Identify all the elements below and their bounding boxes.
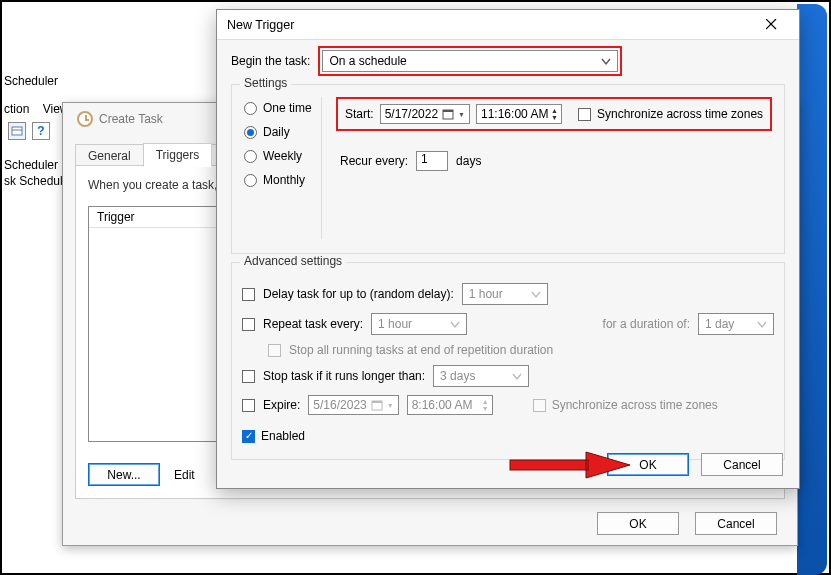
checkbox-icon <box>578 108 591 121</box>
repeat-label: Repeat task every: <box>263 317 363 331</box>
begin-task-value: On a schedule <box>329 54 406 68</box>
radio-one-time[interactable]: One time <box>244 101 319 115</box>
repeat-value: 1 hour <box>378 317 412 331</box>
enabled-checkbox[interactable]: Enabled <box>242 429 305 443</box>
delay-combobox: 1 hour <box>462 283 548 305</box>
create-task-ok-button[interactable]: OK <box>597 512 679 535</box>
window-title-bg: Scheduler <box>4 74 58 88</box>
start-time-value: 11:16:00 AM <box>481 107 548 121</box>
checkbox-checked-icon <box>242 430 255 443</box>
desktop-edge <box>797 4 827 575</box>
checkbox-icon <box>242 399 255 412</box>
chevron-down-icon <box>450 320 460 330</box>
highlight-begin: On a schedule <box>318 46 622 76</box>
radio-weekly[interactable]: Weekly <box>244 149 319 163</box>
sync-tz-checkbox[interactable]: Synchronize across time zones <box>578 107 763 121</box>
edit-button-frag[interactable]: Edit <box>174 468 195 482</box>
stop-long-value: 3 days <box>440 369 475 383</box>
triggers-list[interactable]: Trigger <box>88 206 218 442</box>
create-task-title: Create Task <box>99 112 163 126</box>
spinner-arrows-icon: ▲▼ <box>481 398 490 412</box>
svg-rect-0 <box>12 127 22 135</box>
new-trigger-dialog: New Trigger Begin the task: On a schedul… <box>216 9 800 489</box>
expire-time-spinner: 8:16:00 AM ▲▼ <box>407 395 493 415</box>
expire-label: Expire: <box>263 398 300 412</box>
duration-prefix: for a duration of: <box>603 317 690 331</box>
radio-icon <box>244 102 257 115</box>
stop-long-combobox: 3 days <box>433 365 529 387</box>
cancel-button[interactable]: Cancel <box>701 453 783 476</box>
settings-legend: Settings <box>240 76 291 90</box>
expire-time-value: 8:16:00 AM <box>412 398 473 412</box>
create-task-cancel-button[interactable]: Cancel <box>695 512 777 535</box>
close-icon <box>766 19 777 30</box>
repeat-checkbox[interactable] <box>242 318 255 331</box>
close-button[interactable] <box>753 11 789 39</box>
checkbox-icon <box>268 344 281 357</box>
menu-file-frag[interactable]: ction <box>4 102 29 116</box>
delay-label: Delay task for up to (random delay): <box>263 287 454 301</box>
radio-icon <box>244 126 257 139</box>
radio-monthly-label: Monthly <box>263 173 305 187</box>
stop-long-label: Stop task if it runs longer than: <box>263 369 425 383</box>
tab-general[interactable]: General <box>75 144 144 167</box>
stop-long-checkbox[interactable] <box>242 370 255 383</box>
outer-frame: Scheduler ction View ? Scheduler (L sk S… <box>0 0 831 575</box>
start-label: Start: <box>345 107 374 121</box>
new-trigger-title: New Trigger <box>227 18 294 32</box>
radio-monthly[interactable]: Monthly <box>244 173 319 187</box>
advanced-group: Advanced settings Delay task for up to (… <box>231 262 785 460</box>
chevron-down-icon <box>601 57 611 67</box>
delay-value: 1 hour <box>469 287 503 301</box>
tab-triggers[interactable]: Triggers <box>143 143 213 167</box>
sync-tz-label: Synchronize across time zones <box>597 107 763 121</box>
begin-task-combobox[interactable]: On a schedule <box>322 50 618 72</box>
start-date-value: 5/17/2022 <box>385 107 438 121</box>
checkbox-icon <box>242 370 255 383</box>
chevron-down-icon <box>531 290 541 300</box>
start-time-spinner[interactable]: 11:16:00 AM ▲▼ <box>476 104 562 124</box>
expire-sync-tz-checkbox: Synchronize across time zones <box>533 398 718 412</box>
expire-sync-tz-label: Synchronize across time zones <box>552 398 718 412</box>
advanced-legend: Advanced settings <box>240 254 346 268</box>
highlight-start: Start: 5/17/2022 ▼ 11:16:00 AM ▲▼ <box>336 97 772 131</box>
stop-repeat-label: Stop all running tasks at end of repetit… <box>289 343 553 357</box>
triggers-list-header: Trigger <box>89 207 217 228</box>
repeat-combobox: 1 hour <box>371 313 467 335</box>
expire-checkbox[interactable] <box>242 399 255 412</box>
checkbox-icon <box>242 318 255 331</box>
clock-icon <box>77 111 93 127</box>
start-date-picker[interactable]: 5/17/2022 ▼ <box>380 104 470 124</box>
calendar-icon <box>442 108 454 120</box>
radio-daily[interactable]: Daily <box>244 125 319 139</box>
help-toolbar-icon[interactable]: ? <box>32 122 50 140</box>
radio-weekly-label: Weekly <box>263 149 302 163</box>
radio-icon <box>244 150 257 163</box>
ok-button[interactable]: OK <box>607 453 689 476</box>
spinner-arrows-icon[interactable]: ▲▼ <box>550 107 559 121</box>
toolbar-icon-1[interactable] <box>8 122 26 140</box>
chevron-down-icon <box>757 320 767 330</box>
svg-rect-5 <box>443 110 453 112</box>
duration-combobox: 1 day <box>698 313 774 335</box>
expire-date-picker: 5/16/2023 ▼ <box>308 395 398 415</box>
calendar-icon <box>371 399 383 411</box>
stop-repeat-checkbox <box>268 344 281 357</box>
enabled-label: Enabled <box>261 429 305 443</box>
menu-fragment: ction View <box>4 102 69 116</box>
recur-label: Recur every: <box>340 154 408 168</box>
chevron-down-icon <box>512 372 522 382</box>
recur-input[interactable]: 1 <box>416 151 448 171</box>
begin-task-label: Begin the task: <box>231 54 310 68</box>
checkbox-icon <box>533 399 546 412</box>
expire-date-value: 5/16/2023 <box>313 398 366 412</box>
settings-group: Settings One time Daily Weekly Monthly S… <box>231 84 785 254</box>
radio-one-time-label: One time <box>263 101 312 115</box>
duration-value: 1 day <box>705 317 734 331</box>
delay-checkbox[interactable] <box>242 288 255 301</box>
folder-tree-icon <box>11 125 23 137</box>
new-trigger-button[interactable]: New... <box>88 463 160 486</box>
radio-daily-label: Daily <box>263 125 290 139</box>
svg-rect-7 <box>372 401 382 403</box>
checkbox-icon <box>242 288 255 301</box>
